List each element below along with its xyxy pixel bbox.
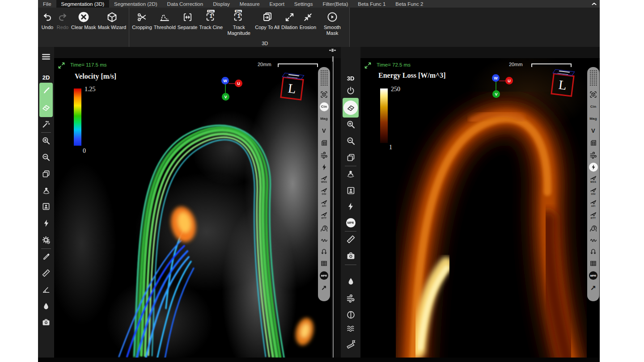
- velocity-mode-button[interactable]: V: [322, 125, 326, 137]
- separate-button[interactable]: Separate: [178, 8, 198, 30]
- energy-button[interactable]: [589, 161, 598, 173]
- snapshot-button[interactable]: [38, 317, 54, 328]
- angle-measure-button[interactable]: [38, 284, 54, 295]
- mask-wizard-button[interactable]: Mask Wizard: [98, 8, 127, 30]
- vortex-button[interactable]: [320, 233, 328, 245]
- viewport-3d-energy-loss[interactable]: Time= 72.5 ms Energy Loss [W/m^3] 250 1 …: [360, 58, 600, 358]
- menu-beta-func-1[interactable]: Beta Func 1: [353, 0, 390, 8]
- menu-file[interactable]: File: [38, 0, 56, 8]
- cine-mode-button[interactable]: Cin: [590, 101, 597, 113]
- maximize-view-button[interactable]: [58, 62, 65, 69]
- smooth-mask-button[interactable]: Smooth Mask: [318, 8, 347, 36]
- cropping-button[interactable]: Cropping: [132, 8, 152, 30]
- magnitude-mode-button[interactable]: Mag: [589, 113, 597, 125]
- velocity-mode-button[interactable]: V: [591, 125, 595, 137]
- eraser-tool-button[interactable]: [38, 102, 54, 113]
- track-magnitude-button[interactable]: 1 Mag Track Magnitude: [225, 8, 253, 36]
- droplet-button[interactable]: [38, 301, 54, 311]
- menu-display[interactable]: Display: [208, 0, 235, 8]
- divider-line[interactable]: [333, 58, 334, 358]
- flash-button[interactable]: [341, 201, 360, 212]
- pop-out-button[interactable]: ↗: [321, 282, 327, 294]
- afi-button[interactable]: AFI: [321, 197, 327, 209]
- droplet-button[interactable]: [341, 276, 360, 286]
- threshold-button[interactable]: Threshold: [154, 8, 176, 30]
- mpr-button[interactable]: MPR: [341, 217, 360, 228]
- zoom-out-button[interactable]: [38, 152, 54, 163]
- auto-settings-button[interactable]: [38, 235, 54, 245]
- mesh-button[interactable]: [320, 137, 328, 149]
- rtt-button[interactable]: RTT: [590, 209, 597, 221]
- strip-drag-handle[interactable]: [320, 70, 328, 86]
- uturn-flow-button[interactable]: [589, 245, 597, 257]
- pan-person-button[interactable]: [341, 168, 360, 179]
- menu-segmentation-3d[interactable]: Segmentation (3D): [56, 0, 110, 8]
- mesh-button[interactable]: [589, 137, 597, 149]
- spiral-button[interactable]: [589, 221, 597, 233]
- power-button[interactable]: [341, 85, 360, 96]
- menu-beta-func-2[interactable]: Beta Func 2: [390, 0, 428, 8]
- portrait-view-button[interactable]: [341, 185, 360, 196]
- ruler-button[interactable]: [341, 234, 360, 244]
- flow-button[interactable]: [341, 293, 360, 303]
- undo-button[interactable]: Undo: [41, 8, 54, 30]
- cine-mode-button[interactable]: Cin: [320, 101, 329, 113]
- mpr-button[interactable]: MPR: [589, 269, 597, 282]
- volume-scan-button[interactable]: [589, 88, 597, 101]
- dilation-button[interactable]: Dilation: [281, 8, 298, 30]
- viewport-2d-velocity[interactable]: Time= 117.5 ms Velocity [m/s] 1.25 0 20m…: [54, 58, 331, 358]
- magnitude-mode-button[interactable]: Mag: [320, 113, 328, 125]
- flow-button[interactable]: [320, 149, 328, 161]
- wss-button[interactable]: WSS: [321, 173, 327, 185]
- zoom-out-button[interactable]: [341, 135, 360, 146]
- afi-button[interactable]: AFI: [590, 197, 597, 209]
- menu-segmentation-2d[interactable]: Segmentation (2D): [109, 0, 162, 8]
- rtt-button[interactable]: RTT: [321, 209, 327, 221]
- erosion-button[interactable]: Erosion: [300, 8, 316, 30]
- grid-button[interactable]: [589, 257, 597, 269]
- pop-out-button[interactable]: ↗: [590, 282, 596, 294]
- uturn-flow-button[interactable]: [320, 245, 328, 257]
- menu-data-correction[interactable]: Data Correction: [162, 0, 208, 8]
- magic-wand-button[interactable]: [38, 119, 54, 130]
- picker-button[interactable]: [38, 251, 54, 262]
- osi-button[interactable]: OSI: [590, 185, 597, 197]
- redo-button[interactable]: Redo: [56, 8, 69, 30]
- brush-tool-button[interactable]: [38, 85, 54, 96]
- pan-person-button[interactable]: [38, 185, 54, 196]
- flash-button[interactable]: [38, 218, 54, 228]
- spiral-button[interactable]: [320, 221, 328, 233]
- menu-settings[interactable]: Settings: [289, 0, 318, 8]
- grid-button[interactable]: [320, 257, 328, 269]
- snapshot-button[interactable]: [341, 250, 360, 261]
- splitter-handle[interactable]: [327, 47, 338, 55]
- strip-drag-handle[interactable]: [589, 70, 597, 86]
- maximize-view-button[interactable]: [364, 62, 372, 69]
- menu-filter-beta[interactable]: Filter(Beta): [318, 0, 353, 8]
- hamburger-menu-button[interactable]: [38, 51, 54, 62]
- layers-button[interactable]: [341, 152, 360, 163]
- contrast-button[interactable]: [341, 309, 360, 320]
- osi-button[interactable]: OSI: [321, 185, 327, 197]
- copy-to-all-button[interactable]: Copy To All: [255, 8, 280, 30]
- menu-export[interactable]: Export: [265, 0, 289, 8]
- zoom-in-button[interactable]: [341, 119, 360, 130]
- orientation-cube[interactable]: L: [280, 76, 304, 100]
- energy-button[interactable]: [321, 161, 328, 173]
- volume-scan-button[interactable]: [320, 88, 328, 101]
- waves-button[interactable]: [341, 323, 360, 333]
- vortex-button[interactable]: [589, 233, 597, 245]
- mpr-button[interactable]: MPR: [320, 269, 328, 282]
- layers-button[interactable]: [38, 168, 54, 179]
- zoom-in-button[interactable]: [38, 135, 54, 146]
- menu-measure[interactable]: Measure: [235, 0, 265, 8]
- wss-button[interactable]: WSS: [590, 173, 597, 185]
- track-cine-button[interactable]: 1 Cine Track Cine: [199, 8, 223, 30]
- clear-mask-button[interactable]: Clear Mask: [71, 8, 96, 30]
- measure-plane-button[interactable]: [341, 339, 360, 349]
- flow-button[interactable]: [589, 149, 597, 161]
- collapse-ribbon-button[interactable]: [591, 0, 597, 7]
- portrait-view-button[interactable]: [38, 201, 54, 212]
- ruler-button[interactable]: [38, 268, 54, 278]
- orientation-cube[interactable]: L: [551, 73, 574, 97]
